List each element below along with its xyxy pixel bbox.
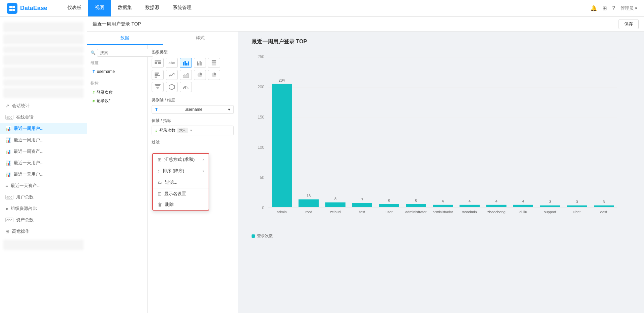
nav-dashboard[interactable]: 仪表板 <box>61 0 88 16</box>
chart-type-funnel[interactable] <box>152 82 164 92</box>
sidebar-item-daily-login-2[interactable]: 📊 最近一天用户... <box>0 169 87 180</box>
delete-label: 删除 <box>165 202 174 208</box>
value-axis-agg: 求和 <box>177 128 188 133</box>
svg-rect-17 <box>212 60 216 61</box>
search-icon: 🔍 <box>91 50 96 55</box>
tab-style[interactable]: 样式 <box>163 32 238 45</box>
bell-icon[interactable]: 🔔 <box>590 5 597 11</box>
display-label: 显示名设置 <box>164 191 186 197</box>
bar-wsadmin[interactable] <box>460 205 480 207</box>
svg-text:support: support <box>544 210 556 214</box>
sidebar-item-user-total[interactable]: abc 用户总数 <box>0 191 87 203</box>
svg-marker-28 <box>169 84 174 90</box>
dropdown-item-delete[interactable]: 🗑 删除 <box>153 199 209 210</box>
svg-rect-6 <box>158 62 161 63</box>
nav-datasource[interactable]: 数据源 <box>139 0 166 16</box>
field-type-hash-2: # <box>93 99 95 103</box>
filter-label: 过滤 <box>152 139 234 145</box>
dropdown-item-display[interactable]: ⊡ 显示名设置 <box>153 188 209 199</box>
svg-text:east: east <box>600 210 607 214</box>
chart-type-area[interactable] <box>180 70 192 80</box>
bar-test[interactable] <box>352 203 372 207</box>
bar-user[interactable] <box>379 204 399 207</box>
bar-support[interactable] <box>540 206 560 207</box>
search-input[interactable] <box>97 49 153 57</box>
tab-data[interactable]: 数据 <box>87 32 163 45</box>
dropdown-item-sort[interactable]: ↕ 排序 (降序) › <box>153 165 209 177</box>
nav-sysadmin[interactable]: 系统管理 <box>166 0 198 16</box>
dropdown-item-agg[interactable]: ⊞ 汇总方式 (求和) › <box>153 154 209 165</box>
chart-type-bar[interactable] <box>180 58 192 68</box>
sidebar-item-weekly-login[interactable]: 📊 最近一周用户... <box>0 123 87 134</box>
svg-text:5: 5 <box>415 199 417 203</box>
svg-text:8: 8 <box>334 197 336 201</box>
field-type-T: T <box>93 70 95 74</box>
sidebar-item-high-risk[interactable]: ⊞ 高危操作 <box>0 226 87 237</box>
arrow-icon-agg: › <box>203 157 204 162</box>
agg-label: 汇总方式 (求和) <box>164 156 195 163</box>
search-row: 🔍 ⚙ ↻ <box>91 49 144 57</box>
bar-administrator[interactable] <box>406 204 426 207</box>
bar-di-liu[interactable] <box>513 205 533 207</box>
category-field-type: T <box>155 107 158 111</box>
svg-text:3: 3 <box>549 200 551 204</box>
chart-area: 最近一周用户登录 TOP 250 200 150 100 50 0 <box>238 32 644 313</box>
sidebar-item-online-session[interactable]: abc 在线会话 <box>0 111 87 123</box>
sidebar-item-asset-total[interactable]: abc 资产总数 <box>0 214 87 226</box>
value-axis-select[interactable]: # 登录次数 求和 ▾ <box>152 126 234 135</box>
bar-admin[interactable] <box>272 84 292 207</box>
bar-chart-icon-1: 📊 <box>5 126 11 131</box>
bar-east[interactable] <box>594 206 614 207</box>
chart-type-text[interactable]: abc <box>166 58 178 68</box>
chart-type-line[interactable] <box>166 70 178 80</box>
bar-root[interactable] <box>299 199 319 207</box>
category-axis-label: 类别轴 / 维度 <box>152 97 234 103</box>
logo[interactable]: DataEase <box>7 3 47 14</box>
arrow-icon-sort: › <box>203 169 204 173</box>
admin-menu[interactable]: 管理员 ▾ <box>621 5 637 11</box>
bar-administrador[interactable] <box>433 205 453 207</box>
svg-rect-15 <box>200 61 201 65</box>
sidebar-item-daily-asset[interactable]: ≡ 最近一天资产... <box>0 180 87 191</box>
bar-ubnt[interactable] <box>567 206 587 207</box>
field-username[interactable]: T username <box>91 68 144 75</box>
delete-icon: 🗑 <box>158 202 162 207</box>
bar-zcloud[interactable] <box>325 203 345 207</box>
field-login-count[interactable]: # 登录次数 <box>91 88 144 97</box>
chart-type-bar-group[interactable] <box>194 58 206 68</box>
help-icon[interactable]: ? <box>612 5 615 11</box>
svg-marker-27 <box>156 87 159 89</box>
bar-zhaocheng[interactable] <box>486 205 506 207</box>
text-icon-2: abc <box>5 195 13 199</box>
svg-marker-26 <box>155 84 161 86</box>
chevron-down-icon: ▾ <box>635 6 637 11</box>
sidebar-item-session-stats[interactable]: ↗ 会话统计 <box>0 100 87 111</box>
bar-chart-icon-2: 📊 <box>5 137 11 143</box>
chart-type-hex[interactable] <box>166 82 178 92</box>
save-button[interactable]: 保存 <box>619 19 639 29</box>
chart-type-pie[interactable] <box>194 70 206 80</box>
sidebar-item-org-resource[interactable]: ● 组织资源占比 <box>0 203 87 214</box>
qr-icon[interactable]: ⊞ <box>602 5 607 11</box>
sidebar-item-weekly-asset[interactable]: 📊 最近一周资产... <box>0 146 87 157</box>
sidebar-label-user-total: 用户总数 <box>16 194 34 200</box>
field-type-hash-1: # <box>93 91 95 95</box>
sidebar-blurred-1 <box>3 22 84 32</box>
svg-text:root: root <box>306 210 312 214</box>
category-axis-select[interactable]: T username ▾ <box>152 105 234 114</box>
agg-icon: ⊞ <box>158 157 162 162</box>
chart-type-bar-stacked[interactable] <box>208 58 220 68</box>
field-record-count[interactable]: # 记录数* <box>91 97 144 105</box>
chart-type-gauge[interactable] <box>180 82 192 92</box>
chart-type-rose[interactable] <box>208 70 220 80</box>
chart-type-table[interactable] <box>152 58 164 68</box>
sidebar-item-daily-login[interactable]: 📊 最近一天用户... <box>0 157 87 169</box>
sidebar-item-weekly-login-2[interactable]: 📊 最近一周用户... <box>0 134 87 146</box>
nav-views[interactable]: 视图 <box>88 0 111 16</box>
svg-text:4: 4 <box>522 199 524 203</box>
chart-type-hbar[interactable] <box>152 70 164 80</box>
nav-dataset[interactable]: 数据集 <box>111 0 139 16</box>
bar-chart: 250 200 150 100 50 0 <box>252 52 631 228</box>
dropdown-item-filter[interactable]: 🗂 过滤... <box>153 177 209 188</box>
sidebar-blurred-8 <box>3 240 84 250</box>
